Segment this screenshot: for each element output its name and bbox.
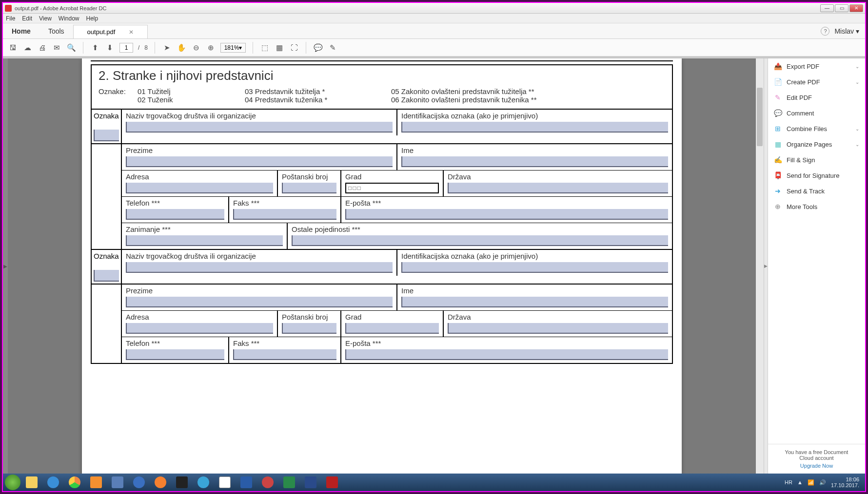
scrollbar-thumb[interactable] <box>757 88 763 146</box>
taskbar-acrobat[interactable] <box>322 475 342 490</box>
maximize-button[interactable]: ▭ <box>835 4 848 12</box>
taskbar-cmd[interactable] <box>172 475 192 490</box>
fit-width-icon[interactable]: ⬚ <box>260 43 270 53</box>
taskbar-word[interactable] <box>236 475 256 490</box>
sendforsig-icon: 📮 <box>774 171 782 179</box>
menu-edit[interactable]: Edit <box>22 15 32 22</box>
input-eposta-2[interactable] <box>345 349 668 360</box>
print-icon[interactable]: 🖨 <box>37 43 47 53</box>
document-scroll[interactable]: 2. Stranke i njihovi predstavnici Oznake… <box>8 58 756 474</box>
input-adresa-2[interactable] <box>126 323 273 334</box>
input-naziv-1[interactable] <box>126 122 393 133</box>
tool-label: Send for Signature <box>787 172 839 179</box>
input-eposta-1[interactable] <box>345 209 668 220</box>
tool-organize[interactable]: ▦Organize Pages⌄ <box>768 136 865 152</box>
user-menu[interactable]: Mislav ▾ <box>834 27 859 35</box>
tool-send-signature[interactable]: 📮Send for Signature <box>768 168 865 183</box>
input-adresa-1[interactable] <box>126 183 273 193</box>
zoom-out-icon[interactable]: ⊖ <box>191 43 201 53</box>
tab-tools[interactable]: Tools <box>39 23 73 38</box>
email-icon[interactable]: ✉ <box>52 43 61 53</box>
legend-04: 04 Predstavnik tuženika * <box>245 95 391 104</box>
fit-page-icon[interactable]: ▦ <box>275 43 284 53</box>
tab-home[interactable]: Home <box>3 23 39 38</box>
page-number-input[interactable] <box>119 43 133 53</box>
tray-volume-icon[interactable]: 🔊 <box>819 479 826 486</box>
input-faks-1[interactable] <box>233 209 336 220</box>
taskbar-firefox[interactable] <box>150 475 171 490</box>
tool-send-track[interactable]: ➜Send & Track <box>768 183 865 199</box>
tab-document[interactable]: output.pdf ✕ <box>73 25 148 38</box>
fullscreen-icon[interactable]: ⛶ <box>289 43 299 53</box>
taskbar-excel[interactable] <box>279 475 299 490</box>
input-ime-2[interactable] <box>401 297 668 307</box>
menu-help[interactable]: Help <box>86 15 99 22</box>
input-prezime-2[interactable] <box>126 297 393 307</box>
panel-collapse-handle[interactable]: ▶ <box>764 58 768 474</box>
tool-comment[interactable]: 💬Comment <box>768 105 865 121</box>
menu-view[interactable]: View <box>39 15 52 22</box>
input-telefon-2[interactable] <box>126 349 224 360</box>
taskbar-app-blue[interactable] <box>193 475 214 490</box>
taskbar-app-red[interactable] <box>257 475 278 490</box>
input-postbroj-1[interactable] <box>282 183 336 193</box>
sign-icon[interactable]: ✎ <box>328 43 337 53</box>
taskbar-powershell[interactable] <box>300 475 321 490</box>
help-icon[interactable]: ? <box>821 27 829 36</box>
page-down-icon[interactable]: ⬇ <box>105 43 115 53</box>
vertical-scrollbar[interactable] <box>756 58 764 474</box>
oznaka-field-1[interactable] <box>94 130 119 141</box>
tray-lang[interactable]: HR <box>785 479 792 485</box>
input-telefon-1[interactable] <box>126 209 224 220</box>
input-naziv-2[interactable] <box>126 262 393 273</box>
comment-icon[interactable]: 💬 <box>313 43 323 53</box>
taskbar-outlook[interactable] <box>86 475 106 490</box>
menu-window[interactable]: Window <box>59 15 79 22</box>
taskbar-app-r[interactable] <box>129 475 149 490</box>
page-up-icon[interactable]: ⬆ <box>90 43 100 53</box>
tool-create-pdf[interactable]: 📄Create PDF⌄ <box>768 74 865 90</box>
zoom-level[interactable]: 181% ▾ <box>220 43 246 53</box>
left-gutter[interactable]: ▶ <box>3 58 8 474</box>
system-tray[interactable]: HR ▲ 📶 🔊 18:06 17.10.2017. <box>785 476 863 488</box>
tab-close-icon[interactable]: ✕ <box>129 29 134 36</box>
tool-export-pdf[interactable]: 📤Export PDF⌄ <box>768 58 865 74</box>
close-button[interactable]: ✕ <box>849 4 863 12</box>
input-postbroj-2[interactable] <box>282 323 336 334</box>
tool-fill-sign[interactable]: ✍Fill & Sign <box>768 152 865 168</box>
legend-06: 06 Zakonito ovlašteni predstavnik tuženi… <box>391 95 665 104</box>
save-icon[interactable]: 🖫 <box>8 43 18 53</box>
tool-edit-pdf[interactable]: ✎Edit PDF <box>768 90 865 105</box>
tray-clock[interactable]: 18:06 17.10.2017. <box>831 476 859 488</box>
create-icon: 📄 <box>774 78 782 86</box>
start-button[interactable] <box>5 475 20 490</box>
tool-combine[interactable]: ⊞Combine Files⌄ <box>768 121 865 136</box>
taskbar-chrome[interactable] <box>64 475 85 490</box>
hand-icon[interactable]: ✋ <box>177 43 186 53</box>
cloud-icon[interactable]: ☁ <box>22 43 32 53</box>
input-grad-2[interactable] <box>345 323 439 334</box>
input-ime-1[interactable] <box>401 156 668 167</box>
taskbar-explorer[interactable] <box>21 475 42 490</box>
select-icon[interactable]: ➤ <box>162 43 172 53</box>
input-drzava-2[interactable] <box>448 323 668 334</box>
taskbar-app-grid[interactable] <box>107 475 128 490</box>
input-zanimanje-1[interactable] <box>126 235 283 246</box>
input-grad-1-active[interactable]: □□□ <box>345 183 439 193</box>
zoom-in-icon[interactable]: ⊕ <box>206 43 216 53</box>
search-icon[interactable]: 🔍 <box>66 43 76 53</box>
tray-network-icon[interactable]: 📶 <box>808 479 814 486</box>
input-ostale-1[interactable] <box>292 235 668 246</box>
taskbar-vnc[interactable] <box>215 475 235 490</box>
upgrade-link[interactable]: Upgrade Now <box>773 463 860 469</box>
minimize-button[interactable]: — <box>820 4 834 12</box>
input-faks-2[interactable] <box>233 349 336 360</box>
oznaka-field-2[interactable] <box>94 270 119 282</box>
input-drzava-1[interactable] <box>448 183 668 193</box>
taskbar-ie[interactable] <box>43 475 63 490</box>
input-ident-2[interactable] <box>401 262 668 273</box>
input-prezime-1[interactable] <box>126 156 393 167</box>
input-ident-1[interactable] <box>401 122 668 133</box>
tool-more[interactable]: ⊕More Tools <box>768 199 865 214</box>
menu-file[interactable]: File <box>6 15 15 22</box>
